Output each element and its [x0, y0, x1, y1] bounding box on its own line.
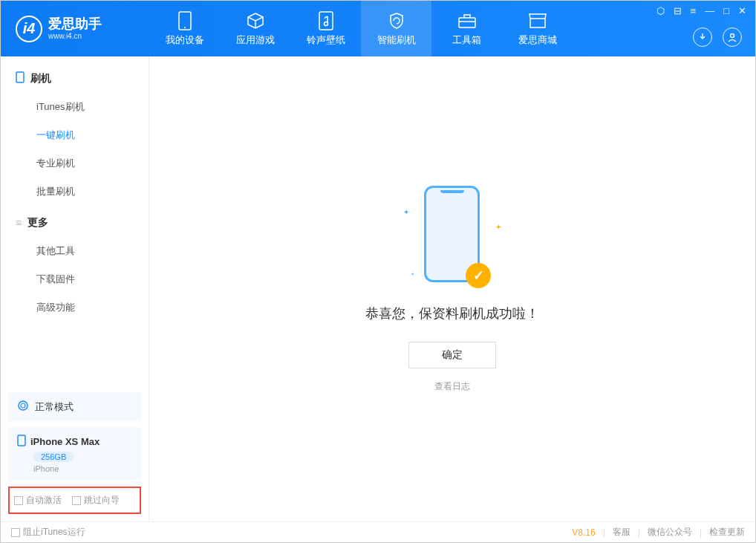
close-button[interactable]: ✕: [738, 5, 746, 16]
shield-sync-icon: [387, 11, 406, 30]
nav-tab-ringtones[interactable]: 铃声壁纸: [290, 1, 361, 56]
nav-tab-flash[interactable]: 智能刷机: [361, 1, 431, 56]
svg-rect-4: [459, 18, 475, 27]
footer-link-support[interactable]: 客服: [613, 526, 630, 539]
nav-tab-device[interactable]: 我的设备: [149, 1, 220, 56]
nav-label: 铃声壁纸: [307, 33, 345, 47]
footer: 阻止iTunes运行 V8.16 | 客服 | 微信公众号 | 检查更新: [1, 521, 755, 542]
success-illustration: ✦ ✦ ✦ ✓: [408, 186, 497, 290]
list-icon: ≡: [16, 217, 22, 229]
svg-point-7: [19, 401, 27, 410]
nav-label: 智能刷机: [377, 33, 416, 47]
sidebar-item-pro-flash[interactable]: 专业刷机: [36, 149, 134, 178]
music-file-icon: [316, 11, 336, 30]
device-mode-card[interactable]: 正常模式: [8, 392, 141, 421]
sidebar-item-other-tools[interactable]: 其他工具: [36, 237, 134, 265]
download-button[interactable]: [693, 27, 712, 47]
auto-activate-checkbox[interactable]: 自动激活: [14, 494, 62, 507]
sidebar-item-advanced[interactable]: 高级功能: [36, 293, 134, 322]
sync-icon: [17, 400, 29, 414]
store-icon: [528, 11, 547, 30]
footer-link-update[interactable]: 检查更新: [709, 526, 745, 539]
sidebar-section-flash: 刷机: [16, 71, 134, 85]
phone-device-icon: [17, 435, 26, 449]
sidebar-item-download-firmware[interactable]: 下载固件: [36, 265, 134, 293]
shirt-icon[interactable]: ⬡: [656, 5, 665, 16]
sidebar-item-itunes-flash[interactable]: iTunes刷机: [36, 93, 134, 121]
svg-point-3: [324, 22, 328, 25]
app-header: i4 爱思助手 www.i4.cn 我的设备 应用游戏 铃声壁纸 智能刷机 工具…: [1, 1, 755, 56]
lock-icon[interactable]: ⊟: [674, 5, 682, 16]
svg-point-1: [184, 27, 186, 28]
app-logo-icon: i4: [16, 16, 42, 42]
cube-icon: [246, 11, 265, 30]
header-right-icons: [693, 27, 742, 47]
nav-label: 爱思商城: [518, 33, 557, 47]
nav-tabs: 我的设备 应用游戏 铃声壁纸 智能刷机 工具箱 爱思商城: [149, 1, 573, 56]
nav-tab-store[interactable]: 爱思商城: [502, 1, 573, 56]
skip-guide-checkbox[interactable]: 跳过向导: [72, 494, 120, 507]
svg-rect-2: [319, 12, 333, 30]
svg-rect-8: [18, 435, 25, 446]
phone-small-icon: [16, 71, 25, 85]
app-title: 爱思助手: [48, 17, 102, 32]
device-type-label: iPhone: [33, 464, 132, 473]
view-log-link[interactable]: 查看日志: [434, 380, 470, 393]
app-subtitle: www.i4.cn: [48, 32, 102, 40]
nav-tab-toolbox[interactable]: 工具箱: [431, 1, 502, 56]
sidebar-item-oneclick-flash[interactable]: 一键刷机: [36, 121, 134, 149]
menu-icon[interactable]: ≡: [691, 5, 697, 16]
minimize-button[interactable]: —: [705, 5, 714, 16]
block-itunes-checkbox[interactable]: 阻止iTunes运行: [11, 526, 85, 539]
svg-point-5: [731, 34, 734, 38]
logo-area: i4 爱思助手 www.i4.cn: [1, 16, 149, 42]
sidebar-item-batch-flash[interactable]: 批量刷机: [36, 178, 134, 206]
sidebar: 刷机 iTunes刷机 一键刷机 专业刷机 批量刷机 ≡ 更多 其他工具 下载固…: [1, 56, 149, 521]
svg-rect-6: [16, 72, 24, 82]
footer-link-wechat[interactable]: 微信公众号: [648, 526, 692, 539]
version-label: V8.16: [572, 527, 595, 538]
flash-options-row: 自动激活 跳过向导: [8, 487, 141, 514]
toolbox-icon: [457, 11, 477, 30]
device-storage-badge: 256GB: [33, 452, 74, 462]
success-message: 恭喜您，保资料刷机成功啦！: [365, 305, 539, 322]
maximize-button[interactable]: □: [723, 5, 729, 16]
ok-button[interactable]: 确定: [408, 342, 496, 368]
nav-label: 应用游戏: [236, 33, 275, 47]
phone-icon: [175, 11, 195, 30]
nav-label: 工具箱: [452, 33, 481, 47]
check-icon: ✓: [466, 263, 491, 288]
window-controls: ⬡ ⊟ ≡ — □ ✕: [656, 5, 746, 16]
sidebar-section-more: ≡ 更多: [16, 216, 134, 230]
user-button[interactable]: [723, 27, 742, 47]
device-name-label: iPhone XS Max: [30, 436, 100, 447]
nav-label: 我的设备: [166, 33, 204, 47]
nav-tab-apps[interactable]: 应用游戏: [220, 1, 290, 56]
body-area: 刷机 iTunes刷机 一键刷机 专业刷机 批量刷机 ≡ 更多 其他工具 下载固…: [1, 56, 755, 521]
main-content: ✦ ✦ ✦ ✓ 恭喜您，保资料刷机成功啦！ 确定 查看日志: [149, 56, 755, 521]
device-card[interactable]: iPhone XS Max 256GB iPhone: [8, 427, 141, 481]
device-mode-label: 正常模式: [35, 400, 74, 414]
